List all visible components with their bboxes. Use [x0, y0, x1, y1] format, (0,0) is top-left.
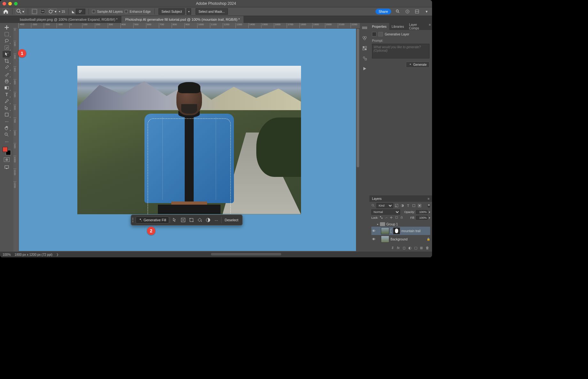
transform-icon[interactable] — [187, 216, 196, 224]
share-button[interactable]: Share — [375, 9, 391, 14]
minimize-window-button[interactable] — [8, 2, 12, 5]
more-tools[interactable]: ··· — [3, 118, 11, 125]
layer-group-row[interactable]: ▸ Group 1 — [371, 222, 430, 227]
filter-pixel-icon[interactable] — [394, 203, 399, 208]
opacity-input[interactable] — [416, 210, 428, 214]
search-icon[interactable] — [395, 9, 401, 14]
pen-tool[interactable] — [3, 98, 11, 104]
filter-shape-icon[interactable] — [412, 203, 416, 208]
close-window-button[interactable] — [3, 2, 6, 5]
ctb-drag-handle[interactable] — [132, 216, 134, 224]
more-options-icon[interactable]: ··· — [212, 216, 220, 224]
generate-button[interactable]: Generate — [406, 62, 429, 68]
adjustment-icon[interactable] — [204, 216, 212, 224]
add-selection-button[interactable] — [31, 8, 38, 15]
lock-position-icon[interactable]: ✛ — [390, 216, 394, 220]
new-adjustment-icon[interactable]: ◐ — [408, 246, 413, 250]
lock-artboard-icon[interactable] — [395, 216, 399, 220]
clone-stamp-tool[interactable] — [3, 78, 11, 84]
layer-comps-tab[interactable]: Layer Comps — [406, 23, 428, 30]
zoom-tool[interactable] — [3, 132, 11, 138]
select-and-mask-button[interactable]: Select and Mask... — [196, 8, 228, 15]
filter-type-icon[interactable]: T — [406, 203, 410, 208]
brush-picker[interactable]: ▾ — [48, 8, 57, 15]
horizontal-ruler[interactable]: -400-300-200-100010020030040050060070080… — [18, 23, 360, 28]
sample-all-layers-checkbox[interactable] — [92, 10, 95, 13]
workspace-switcher-icon[interactable]: ▾ — [424, 9, 429, 14]
gradients-panel-icon[interactable] — [362, 45, 368, 51]
layer-row[interactable]: 👁 Background 🔒 — [371, 235, 430, 243]
brush-angle-input[interactable] — [76, 9, 85, 14]
edit-toolbar[interactable]: ··· — [3, 138, 11, 145]
visibility-toggle[interactable]: 👁 — [371, 229, 376, 233]
prompt-input[interactable] — [372, 44, 429, 58]
arrange-docs-icon[interactable] — [414, 9, 420, 14]
foreground-color-swatch[interactable] — [3, 147, 8, 152]
layer-fx-icon[interactable]: fx — [397, 246, 401, 250]
link-layers-icon[interactable]: ⥯ — [391, 246, 396, 250]
doc-info[interactable]: 1800 px x 1200 px (72 ppi) — [15, 253, 52, 256]
lock-transparency-icon[interactable] — [380, 216, 383, 220]
select-subject-icon[interactable] — [171, 216, 179, 224]
layers-menu-icon[interactable]: ≡ — [428, 197, 429, 201]
new-layer-icon[interactable]: ⊞ — [420, 246, 424, 250]
play-panel-icon[interactable] — [362, 66, 368, 72]
delete-layer-icon[interactable]: 🗑 — [426, 246, 430, 250]
subtract-selection-button[interactable] — [40, 8, 46, 15]
document-tab[interactable]: basketball player.png @ 100% (Generative… — [16, 16, 121, 23]
type-tool[interactable]: T — [3, 91, 11, 98]
remove-background-icon[interactable] — [179, 216, 187, 224]
visibility-toggle[interactable]: 👁 — [371, 237, 376, 241]
hand-tool[interactable] — [3, 125, 11, 131]
lock-image-icon[interactable] — [385, 216, 389, 220]
crop-tool[interactable] — [3, 58, 11, 64]
path-select-tool[interactable] — [3, 105, 11, 111]
eyedropper-tool[interactable] — [3, 64, 11, 71]
lasso-tool[interactable] — [3, 38, 11, 44]
gradient-tool[interactable] — [3, 85, 11, 91]
deselect-button[interactable]: Deselect — [222, 217, 241, 223]
quick-mask-toggle[interactable] — [4, 157, 10, 162]
zoom-window-button[interactable] — [14, 2, 18, 5]
blend-mode-select[interactable]: Normal — [371, 209, 400, 215]
contextual-task-bar[interactable]: Generative Fill ··· Deselect — [131, 215, 243, 225]
patterns-panel-icon[interactable] — [362, 56, 368, 61]
filter-toggle[interactable] — [428, 204, 430, 208]
select-subject-dropdown[interactable]: ▾ — [187, 8, 191, 15]
lock-all-icon[interactable] — [400, 216, 404, 220]
layer-thumbnail[interactable] — [381, 227, 389, 234]
canvas-vertical-scrollbar[interactable] — [356, 28, 360, 252]
tool-preset-picker[interactable]: ▾ — [16, 8, 25, 15]
vertical-ruler[interactable]: 0100200300400500600700800900100011001200 — [13, 28, 18, 252]
shape-tool[interactable] — [3, 111, 11, 118]
fill-input[interactable] — [416, 216, 428, 220]
generative-fill-button[interactable]: Generative Fill — [135, 216, 169, 224]
libraries-tab[interactable]: Libraries — [389, 23, 406, 30]
new-group-icon[interactable]: ▢ — [414, 246, 419, 250]
zoom-level[interactable]: 100% — [3, 253, 11, 256]
filter-adjust-icon[interactable] — [400, 203, 405, 208]
color-swatches[interactable] — [3, 147, 11, 155]
help-icon[interactable]: ? — [405, 9, 410, 14]
layer-filter-kind[interactable]: Kind — [376, 203, 393, 208]
properties-tab[interactable]: Properties — [369, 23, 389, 30]
color-panel-icon[interactable] — [362, 25, 368, 31]
layers-panel-header[interactable]: Layers ≡ — [369, 195, 432, 202]
panel-menu-icon[interactable]: ≡ — [428, 23, 432, 30]
horizontal-scrollbar[interactable] — [211, 253, 281, 255]
select-subject-button[interactable]: Select Subject — [159, 8, 185, 15]
fill-icon[interactable] — [196, 216, 204, 224]
marquee-tool[interactable] — [3, 31, 11, 37]
screen-mode-toggle[interactable] — [3, 164, 11, 171]
layer-row[interactable]: 👁 mountain trail — [371, 227, 430, 235]
layer-mask-thumbnail[interactable] — [393, 227, 400, 234]
brush-tool[interactable] — [3, 71, 11, 78]
move-tool[interactable] — [3, 24, 11, 31]
quick-select-tool[interactable] — [3, 51, 11, 57]
enhance-edge-checkbox[interactable] — [125, 10, 128, 13]
filter-smart-icon[interactable] — [417, 203, 422, 208]
document-tab[interactable]: Photoshop AI generative fill tutorial.ps… — [121, 16, 244, 23]
home-button[interactable] — [3, 8, 9, 15]
object-select-tool[interactable] — [3, 44, 11, 51]
layer-thumbnail[interactable] — [381, 236, 389, 243]
